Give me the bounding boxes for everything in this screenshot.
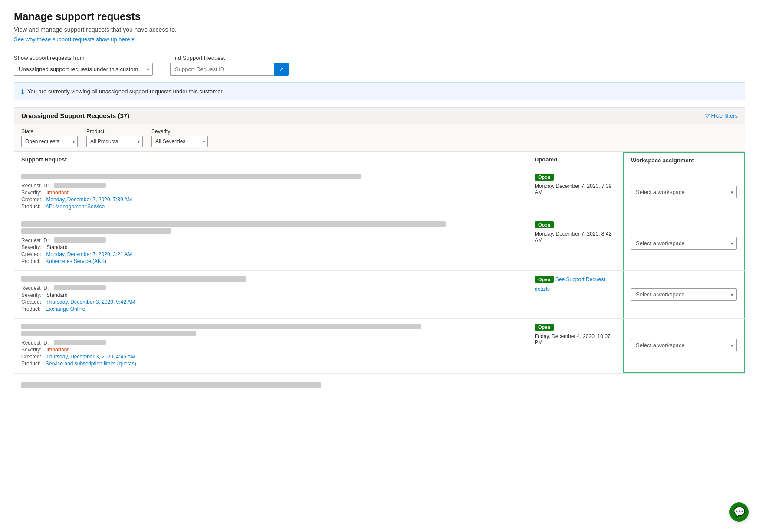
- workspace-cell-3: Select a workspace ▾: [623, 271, 745, 318]
- created-value-3[interactable]: Thursday, December 3, 2020, 9:42 AM: [46, 299, 135, 305]
- severity-filter-label: Severity: [151, 128, 208, 135]
- see-why-label: See why these support requests show up h…: [14, 36, 130, 43]
- workspace-select-wrapper-3: Select a workspace ▾: [631, 288, 737, 301]
- severity-label-3: Severity:: [21, 292, 42, 298]
- product-value-4[interactable]: Service and subscription limits (quotas): [46, 361, 136, 367]
- section-header: Unassigned Support Requests (37) ▽ Hide …: [14, 107, 745, 124]
- partial-updated-cell: [528, 378, 624, 392]
- workspace-select-3[interactable]: Select a workspace: [631, 288, 737, 301]
- table-row: Request ID: Severity: Important Created:…: [14, 319, 745, 373]
- updated-cell-3: Open See Support Request details: [528, 271, 623, 318]
- created-value-2[interactable]: Monday, December 7, 2020, 3:21 AM: [46, 251, 132, 257]
- created-label-3: Created:: [21, 299, 41, 305]
- find-request-row: ↗: [170, 63, 289, 76]
- col-header-updated: Updated: [528, 152, 623, 168]
- partial-row: [14, 373, 745, 392]
- partial-workspace-cell: [624, 378, 745, 392]
- request-id-label: Request ID:: [21, 237, 49, 243]
- severity-value-1: Important: [46, 190, 69, 196]
- col-header-workspace: Workspace assignment: [623, 152, 745, 168]
- show-from-select-wrapper: Unassigned support requests under this c…: [14, 63, 153, 76]
- show-from-group: Show support requests from Unassigned su…: [14, 55, 153, 76]
- request-title-blurred-3: [21, 276, 246, 282]
- product-value-2[interactable]: Kubernetes Service (AKS): [46, 258, 106, 264]
- workspace-cell-4: Select a workspace ▾: [623, 319, 745, 373]
- workspace-select-wrapper-2: Select a workspace ▾: [631, 237, 737, 250]
- product-label-2: Product:: [21, 258, 41, 264]
- request-meta-2: Request ID: Severity: Standard Created: …: [21, 237, 521, 264]
- status-badge-4: Open: [535, 324, 554, 331]
- section-title: Unassigned Support Requests (37): [21, 112, 129, 119]
- state-filter-item: State Open requests ▾: [21, 128, 78, 147]
- created-label-2: Created:: [21, 251, 41, 257]
- find-request-label: Find Support Request: [170, 55, 289, 61]
- updated-cell-1: Open Monday, December 7, 2020, 7:39 AM: [528, 168, 623, 216]
- product-filter-label: Product: [86, 128, 143, 135]
- updated-text-2: Monday, December 7, 2020, 8:42 AM: [535, 231, 616, 243]
- updated-text-1: Monday, December 7, 2020, 7:39 AM: [535, 183, 616, 195]
- support-requests-table: Support Request Updated Workspace assign…: [14, 152, 745, 373]
- workspace-select-2[interactable]: Select a workspace: [631, 237, 737, 250]
- request-meta-1: Request ID: Severity: Important Created:…: [21, 183, 521, 210]
- request-id-blurred-2: [54, 237, 106, 243]
- page-title: Manage support requests: [14, 10, 745, 23]
- updated-text-4: Friday, December 4, 2020, 10:07 PM: [535, 333, 616, 345]
- chevron-down-icon: ▾: [131, 36, 135, 43]
- show-from-label: Show support requests from: [14, 55, 153, 61]
- find-request-button[interactable]: ↗: [274, 63, 289, 76]
- request-cell-1: Request ID: Severity: Important Created:…: [14, 168, 528, 216]
- workspace-select-wrapper-1: Select a workspace ▾: [631, 186, 737, 198]
- severity-value-2: Standard: [46, 244, 68, 250]
- request-id-label: Request ID:: [21, 285, 49, 291]
- severity-label-1: Severity:: [21, 190, 42, 196]
- state-filter-label: State: [21, 128, 78, 135]
- severity-label-4: Severity:: [21, 347, 42, 353]
- workspace-cell-2: Select a workspace ▾: [623, 216, 745, 270]
- status-badge-2: Open: [535, 221, 554, 228]
- workspace-select-1[interactable]: Select a workspace: [631, 186, 737, 198]
- request-cell-3: Request ID: Severity: Standard Created: …: [14, 271, 528, 318]
- table-row: Request ID: Severity: Standard Created: …: [14, 271, 745, 319]
- created-value-4[interactable]: Thursday, December 3, 2020, 4:45 AM: [46, 354, 135, 360]
- filter-row: Show support requests from Unassigned su…: [14, 55, 745, 76]
- workspace-select-wrapper-4: Select a workspace ▾: [631, 339, 737, 351]
- severity-filter-select[interactable]: All Severities: [151, 136, 208, 147]
- see-why-link[interactable]: See why these support requests show up h…: [14, 36, 135, 43]
- created-label-1: Created:: [21, 197, 41, 203]
- request-id-blurred-3: [54, 285, 106, 290]
- status-badge-3: Open: [535, 276, 554, 283]
- info-icon: ℹ: [21, 87, 24, 95]
- request-id-blurred-1: [54, 183, 106, 188]
- filters-bar: State Open requests ▾ Product All Produc…: [14, 124, 745, 152]
- severity-value-4: Important: [46, 347, 69, 353]
- show-from-select[interactable]: Unassigned support requests under this c…: [14, 63, 153, 76]
- find-request-input[interactable]: [170, 63, 274, 76]
- product-value-1[interactable]: API Management Service: [46, 204, 105, 210]
- hide-filters-label: Hide filters: [711, 112, 738, 119]
- product-label-1: Product:: [21, 204, 41, 210]
- hide-filters-button[interactable]: ▽ Hide filters: [705, 112, 738, 119]
- workspace-select-4[interactable]: Select a workspace: [631, 339, 737, 351]
- created-label-4: Created:: [21, 354, 41, 360]
- partial-title-blurred: [21, 382, 321, 388]
- status-badge-1: Open: [535, 174, 554, 181]
- request-id-blurred-4: [54, 340, 106, 345]
- col-header-request: Support Request: [14, 152, 528, 168]
- request-meta-4: Request ID: Severity: Important Created:…: [21, 340, 521, 367]
- product-value-3[interactable]: Exchange Online: [46, 306, 85, 312]
- table-header: Support Request Updated Workspace assign…: [14, 152, 745, 168]
- created-value-1[interactable]: Monday, December 7, 2020, 7:39 AM: [46, 197, 132, 203]
- info-banner-text: You are currently viewing all unassigned…: [27, 88, 224, 95]
- request-id-label: Request ID:: [21, 340, 49, 346]
- request-cell-4: Request ID: Severity: Important Created:…: [14, 319, 528, 373]
- severity-label-2: Severity:: [21, 244, 42, 250]
- product-filter-select[interactable]: All Products: [86, 136, 143, 147]
- info-banner: ℹ You are currently viewing all unassign…: [14, 82, 745, 100]
- updated-cell-4: Open Friday, December 4, 2020, 10:07 PM: [528, 319, 623, 373]
- request-title-blurred-4b: [21, 331, 196, 336]
- table-row: Request ID: Severity: Standard Created: …: [14, 216, 745, 271]
- product-label-4: Product:: [21, 361, 41, 367]
- filter-icon: ▽: [705, 112, 710, 119]
- state-filter-select[interactable]: Open requests: [21, 136, 78, 147]
- find-request-group: Find Support Request ↗: [170, 55, 289, 76]
